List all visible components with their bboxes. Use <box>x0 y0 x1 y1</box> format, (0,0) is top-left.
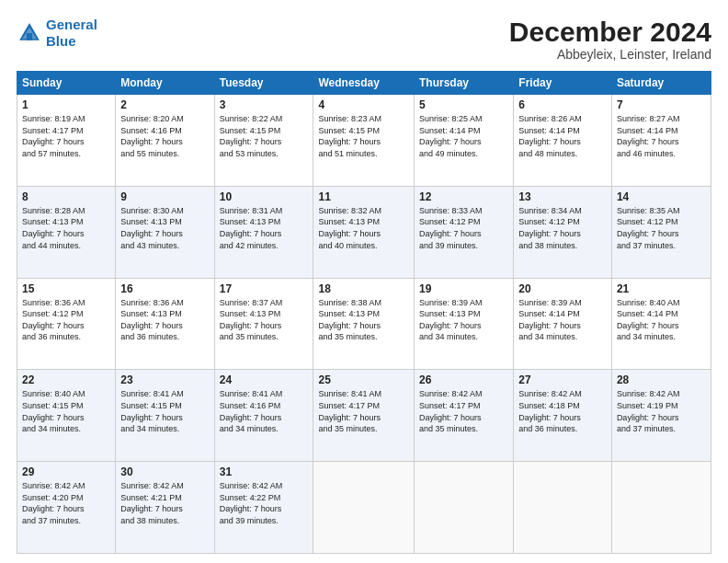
calendar-cell: 27Sunrise: 8:42 AM Sunset: 4:18 PM Dayli… <box>514 370 612 462</box>
calendar-cell: 6Sunrise: 8:26 AM Sunset: 4:14 PM Daylig… <box>514 95 612 187</box>
logo-line1: General <box>46 17 97 32</box>
day-info: Sunrise: 8:27 AM Sunset: 4:14 PM Dayligh… <box>617 113 706 159</box>
logo-line2: Blue <box>46 33 76 49</box>
day-number: 16 <box>120 282 209 295</box>
day-number: 28 <box>617 373 706 386</box>
svg-rect-2 <box>27 33 32 40</box>
calendar-cell: 7Sunrise: 8:27 AM Sunset: 4:14 PM Daylig… <box>611 95 711 187</box>
calendar-table: SundayMondayTuesdayWednesdayThursdayFrid… <box>17 71 711 554</box>
day-info: Sunrise: 8:32 AM Sunset: 4:13 PM Dayligh… <box>318 205 409 251</box>
day-number: 5 <box>419 98 508 111</box>
calendar-header-row: SundayMondayTuesdayWednesdayThursdayFrid… <box>17 72 711 95</box>
calendar-cell: 26Sunrise: 8:42 AM Sunset: 4:17 PM Dayli… <box>415 370 514 462</box>
day-number: 24 <box>220 373 309 386</box>
calendar-cell: 8Sunrise: 8:28 AM Sunset: 4:13 PM Daylig… <box>17 186 116 278</box>
calendar-cell: 25Sunrise: 8:41 AM Sunset: 4:17 PM Dayli… <box>313 370 415 462</box>
day-number: 15 <box>22 282 110 295</box>
day-number: 14 <box>617 190 706 203</box>
calendar-cell: 11Sunrise: 8:32 AM Sunset: 4:13 PM Dayli… <box>313 186 415 278</box>
day-number: 13 <box>518 190 607 203</box>
day-number: 3 <box>220 98 309 111</box>
calendar-cell: 21Sunrise: 8:40 AM Sunset: 4:14 PM Dayli… <box>611 278 711 370</box>
day-number: 2 <box>120 98 209 111</box>
day-number: 10 <box>220 190 309 203</box>
day-info: Sunrise: 8:28 AM Sunset: 4:13 PM Dayligh… <box>22 205 110 251</box>
logo-text: General Blue <box>46 17 97 50</box>
day-info: Sunrise: 8:36 AM Sunset: 4:12 PM Dayligh… <box>22 297 110 343</box>
location: Abbeyleix, Leinster, Ireland <box>509 47 711 62</box>
calendar-cell: 23Sunrise: 8:41 AM Sunset: 4:15 PM Dayli… <box>116 370 214 462</box>
calendar-cell: 15Sunrise: 8:36 AM Sunset: 4:12 PM Dayli… <box>17 278 116 370</box>
day-info: Sunrise: 8:42 AM Sunset: 4:19 PM Dayligh… <box>617 388 706 434</box>
calendar-cell: 3Sunrise: 8:22 AM Sunset: 4:15 PM Daylig… <box>214 95 313 187</box>
calendar-cell: 24Sunrise: 8:41 AM Sunset: 4:16 PM Dayli… <box>214 370 313 462</box>
day-info: Sunrise: 8:41 AM Sunset: 4:17 PM Dayligh… <box>318 388 409 434</box>
calendar-cell: 2Sunrise: 8:20 AM Sunset: 4:16 PM Daylig… <box>116 95 214 187</box>
calendar-cell: 16Sunrise: 8:36 AM Sunset: 4:13 PM Dayli… <box>116 278 214 370</box>
day-info: Sunrise: 8:19 AM Sunset: 4:17 PM Dayligh… <box>22 113 110 159</box>
day-number: 22 <box>22 373 110 386</box>
day-info: Sunrise: 8:22 AM Sunset: 4:15 PM Dayligh… <box>220 113 309 159</box>
calendar-cell: 18Sunrise: 8:38 AM Sunset: 4:13 PM Dayli… <box>313 278 415 370</box>
day-number: 1 <box>22 98 110 111</box>
calendar-cell: 31Sunrise: 8:42 AM Sunset: 4:22 PM Dayli… <box>214 462 313 554</box>
calendar-cell: 22Sunrise: 8:40 AM Sunset: 4:15 PM Dayli… <box>17 370 116 462</box>
day-info: Sunrise: 8:30 AM Sunset: 4:13 PM Dayligh… <box>120 205 209 251</box>
calendar-cell: 19Sunrise: 8:39 AM Sunset: 4:13 PM Dayli… <box>415 278 514 370</box>
day-number: 19 <box>419 282 508 295</box>
calendar-header-friday: Friday <box>514 72 612 95</box>
calendar-cell: 17Sunrise: 8:37 AM Sunset: 4:13 PM Dayli… <box>214 278 313 370</box>
day-info: Sunrise: 8:37 AM Sunset: 4:13 PM Dayligh… <box>220 297 309 343</box>
calendar-header-tuesday: Tuesday <box>214 72 313 95</box>
day-number: 30 <box>120 465 209 478</box>
day-number: 27 <box>518 373 607 386</box>
day-number: 17 <box>220 282 309 295</box>
day-info: Sunrise: 8:42 AM Sunset: 4:18 PM Dayligh… <box>518 388 607 434</box>
calendar-cell: 29Sunrise: 8:42 AM Sunset: 4:20 PM Dayli… <box>17 462 116 554</box>
calendar-cell: 1Sunrise: 8:19 AM Sunset: 4:17 PM Daylig… <box>17 95 116 187</box>
calendar-cell: 4Sunrise: 8:23 AM Sunset: 4:15 PM Daylig… <box>313 95 415 187</box>
day-info: Sunrise: 8:25 AM Sunset: 4:14 PM Dayligh… <box>419 113 508 159</box>
day-info: Sunrise: 8:38 AM Sunset: 4:13 PM Dayligh… <box>318 297 409 343</box>
day-info: Sunrise: 8:40 AM Sunset: 4:15 PM Dayligh… <box>22 388 110 434</box>
day-info: Sunrise: 8:23 AM Sunset: 4:15 PM Dayligh… <box>318 113 409 159</box>
day-number: 31 <box>220 465 309 478</box>
calendar-header-thursday: Thursday <box>415 72 514 95</box>
day-number: 4 <box>318 98 409 111</box>
day-info: Sunrise: 8:36 AM Sunset: 4:13 PM Dayligh… <box>120 297 209 343</box>
calendar-cell <box>514 462 612 554</box>
calendar-cell: 12Sunrise: 8:33 AM Sunset: 4:12 PM Dayli… <box>415 186 514 278</box>
day-info: Sunrise: 8:42 AM Sunset: 4:21 PM Dayligh… <box>120 480 209 526</box>
logo-icon <box>17 20 42 46</box>
calendar-cell <box>611 462 711 554</box>
calendar-cell: 9Sunrise: 8:30 AM Sunset: 4:13 PM Daylig… <box>116 186 214 278</box>
calendar-cell: 20Sunrise: 8:39 AM Sunset: 4:14 PM Dayli… <box>514 278 612 370</box>
calendar-cell: 14Sunrise: 8:35 AM Sunset: 4:12 PM Dayli… <box>611 186 711 278</box>
logo: General Blue <box>17 17 97 50</box>
day-number: 23 <box>120 373 209 386</box>
day-number: 8 <box>22 190 110 203</box>
day-number: 29 <box>22 465 110 478</box>
day-number: 11 <box>318 190 409 203</box>
page: General Blue December 2024 Abbeyleix, Le… <box>0 0 728 563</box>
day-number: 26 <box>419 373 508 386</box>
day-info: Sunrise: 8:26 AM Sunset: 4:14 PM Dayligh… <box>518 113 607 159</box>
day-info: Sunrise: 8:42 AM Sunset: 4:22 PM Dayligh… <box>220 480 309 526</box>
day-info: Sunrise: 8:39 AM Sunset: 4:14 PM Dayligh… <box>518 297 607 343</box>
calendar-cell: 30Sunrise: 8:42 AM Sunset: 4:21 PM Dayli… <box>116 462 214 554</box>
calendar-header-sunday: Sunday <box>17 72 116 95</box>
day-info: Sunrise: 8:31 AM Sunset: 4:13 PM Dayligh… <box>220 205 309 251</box>
day-info: Sunrise: 8:41 AM Sunset: 4:16 PM Dayligh… <box>220 388 309 434</box>
day-number: 21 <box>617 282 706 295</box>
calendar-cell: 10Sunrise: 8:31 AM Sunset: 4:13 PM Dayli… <box>214 186 313 278</box>
calendar-header-monday: Monday <box>116 72 214 95</box>
title-block: December 2024 Abbeyleix, Leinster, Irela… <box>509 17 711 62</box>
day-info: Sunrise: 8:35 AM Sunset: 4:12 PM Dayligh… <box>617 205 706 251</box>
calendar-cell: 13Sunrise: 8:34 AM Sunset: 4:12 PM Dayli… <box>514 186 612 278</box>
calendar-cell <box>415 462 514 554</box>
day-number: 18 <box>318 282 409 295</box>
day-info: Sunrise: 8:33 AM Sunset: 4:12 PM Dayligh… <box>419 205 508 251</box>
month-title: December 2024 <box>509 17 711 47</box>
day-info: Sunrise: 8:40 AM Sunset: 4:14 PM Dayligh… <box>617 297 706 343</box>
day-number: 6 <box>518 98 607 111</box>
